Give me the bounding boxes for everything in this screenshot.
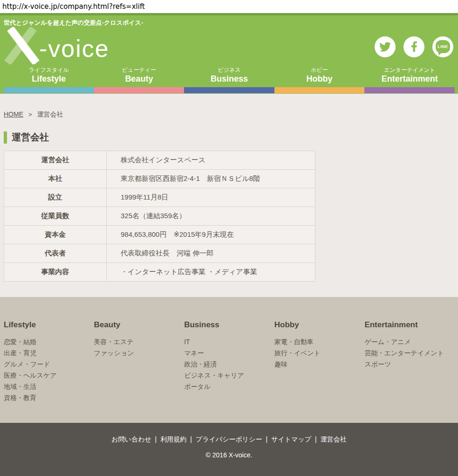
footer-link[interactable]: マネー [184, 347, 274, 359]
row-value: 東京都新宿区西新宿2-4-1 新宿ＮＳビル8階 [107, 170, 315, 188]
row-label: 設立 [4, 188, 107, 207]
footer-link[interactable]: 家電・自動車 [274, 336, 365, 347]
facebook-icon [411, 41, 417, 53]
footer-link[interactable]: 地域・生活 [4, 381, 94, 392]
nav-item-lifestyle[interactable]: ライフスタイル Lifestyle [4, 66, 94, 84]
breadcrumb: HOME > 運営会社 [4, 110, 458, 119]
table-row: 運営会社 株式会社インタースペース [4, 151, 315, 170]
footer-link[interactable]: ビジネス・キャリア [184, 370, 274, 381]
footer-link[interactable]: スポーツ [364, 359, 455, 370]
url-bar: http://x-voice.jp/company.html?refs=xlif… [0, 0, 458, 13]
footer-link[interactable]: 趣味 [274, 359, 365, 370]
table-row: 従業員数 325名（連結359名） [4, 207, 315, 226]
row-value: 代表取締役社長 河端 伸一郎 [107, 244, 315, 263]
page-title-text: 運営会社 [12, 131, 49, 144]
nav-bar-beauty [94, 87, 185, 93]
footer-col-business: Business IT マネー 政治・経済 ビジネス・キャリア ポータル [184, 320, 274, 423]
company-info-table: 運営会社 株式会社インタースペース 本社 東京都新宿区西新宿2-4-1 新宿ＮＳ… [4, 151, 315, 282]
table-row: 事業内容 ・インターネット広告事業 ・メディア事業 [4, 263, 315, 282]
nav-color-bars [4, 87, 455, 93]
main-content: HOME > 運営会社 運営会社 運営会社 株式会社インタースペース 本社 東京… [0, 94, 458, 297]
row-value: 株式会社インタースペース [107, 151, 315, 170]
footer-link[interactable]: 芸能・エンターテイメント [364, 347, 455, 359]
table-row: 代表者 代表取締役社長 河端 伸一郎 [4, 244, 315, 263]
footer-col-entertainment: Entertainment ゲーム・アニメ 芸能・エンターテイメント スポーツ [364, 320, 455, 423]
terms-link[interactable]: 利用規約 [160, 435, 186, 443]
nav-item-business[interactable]: ビジネス Business [184, 66, 274, 84]
site-header: 世代とジャンルを超えた声の交差点-クロスボイス- -voice [0, 13, 458, 94]
nav-item-beauty[interactable]: ビューティー Beauty [94, 66, 185, 84]
footer-nav: Lifestyle 恋愛・結婚 出産・育児 グルメ・フード 医療・ヘルスケア 地… [0, 297, 458, 423]
site-tagline: 世代とジャンルを超えた声の交差点-クロスボイス- [0, 15, 458, 27]
footer-heading-beauty: Beauty [94, 320, 185, 330]
footer-link[interactable]: ゲーム・アニメ [364, 336, 455, 347]
nav-bar-entertainment [364, 87, 455, 93]
main-nav: ライフスタイル Lifestyle ビューティー Beauty ビジネス Bus… [4, 66, 455, 87]
footer-col-beauty: Beauty 美容・エステ ファッション [94, 320, 185, 423]
footer-link[interactable]: 出産・育児 [4, 347, 94, 359]
row-label: 資本金 [4, 226, 107, 244]
footer-col-lifestyle: Lifestyle 恋愛・結婚 出産・育児 グルメ・フード 医療・ヘルスケア 地… [4, 320, 94, 423]
row-value: 325名（連結359名） [107, 207, 315, 226]
footer-link[interactable]: 恋愛・結婚 [4, 336, 94, 347]
breadcrumb-current: 運営会社 [37, 110, 63, 118]
page: http://x-voice.jp/company.html?refs=xlif… [0, 0, 458, 476]
page-url: http://x-voice.jp/company.html?refs=xlif… [2, 2, 145, 11]
footer-link[interactable]: 医療・ヘルスケア [4, 370, 94, 381]
breadcrumb-separator: > [28, 111, 32, 118]
footer-link[interactable]: ポータル [184, 381, 274, 392]
svg-text:-voice: -voice [39, 35, 109, 62]
bottom-footer: お問い合わせ|利用規約|プライバシーポリシー|サイトマップ|運営会社 © 201… [0, 423, 458, 476]
footer-col-hobby: Hobby 家電・自動車 旅行・イベント 趣味 [274, 320, 365, 423]
footer-heading-hobby: Hobby [274, 320, 365, 330]
company-link[interactable]: 運営会社 [321, 435, 347, 443]
breadcrumb-home-link[interactable]: HOME [4, 110, 23, 118]
footer-link[interactable]: IT [184, 336, 274, 347]
page-title: 運営会社 [4, 131, 458, 144]
line-link[interactable]: LINE [432, 36, 453, 57]
footer-link[interactable]: グルメ・フード [4, 359, 94, 370]
facebook-link[interactable] [403, 36, 424, 57]
table-row: 設立 1999年11月8日 [4, 188, 315, 207]
row-label: 事業内容 [4, 263, 107, 282]
sitemap-link[interactable]: サイトマップ [271, 435, 311, 443]
row-value: 984,653,800円 ※2015年9月末現在 [107, 226, 315, 244]
row-label: 代表者 [4, 244, 107, 263]
footer-heading-lifestyle: Lifestyle [4, 320, 94, 330]
row-label: 本社 [4, 170, 107, 188]
footer-link[interactable]: 美容・エステ [94, 336, 185, 347]
footer-heading-business: Business [184, 320, 274, 330]
footer-link[interactable]: 旅行・イベント [274, 347, 365, 359]
nav-bar-hobby [274, 87, 365, 93]
row-value: ・インターネット広告事業 ・メディア事業 [107, 263, 315, 282]
row-label: 運営会社 [4, 151, 107, 170]
row-label: 従業員数 [4, 207, 107, 226]
site-logo[interactable]: -voice [4, 27, 116, 66]
footer-link[interactable]: 資格・教育 [4, 392, 94, 403]
row-value: 1999年11月8日 [107, 188, 315, 207]
copyright: © 2016 X-voice. [0, 451, 458, 459]
footer-link[interactable]: 政治・経済 [184, 359, 274, 370]
twitter-icon [379, 41, 391, 53]
contact-link[interactable]: お問い合わせ [111, 435, 151, 443]
line-icon: LINE [436, 40, 450, 53]
nav-bar-lifestyle [4, 87, 94, 93]
nav-item-entertainment[interactable]: エンターテイメント Entertainment [364, 66, 455, 84]
footer-heading-entertainment: Entertainment [364, 320, 455, 330]
privacy-policy-link[interactable]: プライバシーポリシー [196, 435, 262, 443]
title-accent-bar [4, 131, 7, 144]
nav-bar-business [184, 87, 274, 93]
table-row: 資本金 984,653,800円 ※2015年9月末現在 [4, 226, 315, 244]
footer-link[interactable]: ファッション [94, 347, 185, 359]
twitter-link[interactable] [375, 36, 396, 57]
bottom-footer-links: お問い合わせ|利用規約|プライバシーポリシー|サイトマップ|運営会社 [0, 435, 458, 444]
logo-row: -voice LINE [0, 27, 458, 66]
table-row: 本社 東京都新宿区西新宿2-4-1 新宿ＮＳビル8階 [4, 170, 315, 188]
x-voice-logo-graphic: -voice [4, 27, 116, 64]
social-links: LINE [375, 36, 453, 57]
nav-item-hobby[interactable]: ホビー Hobby [274, 66, 365, 84]
